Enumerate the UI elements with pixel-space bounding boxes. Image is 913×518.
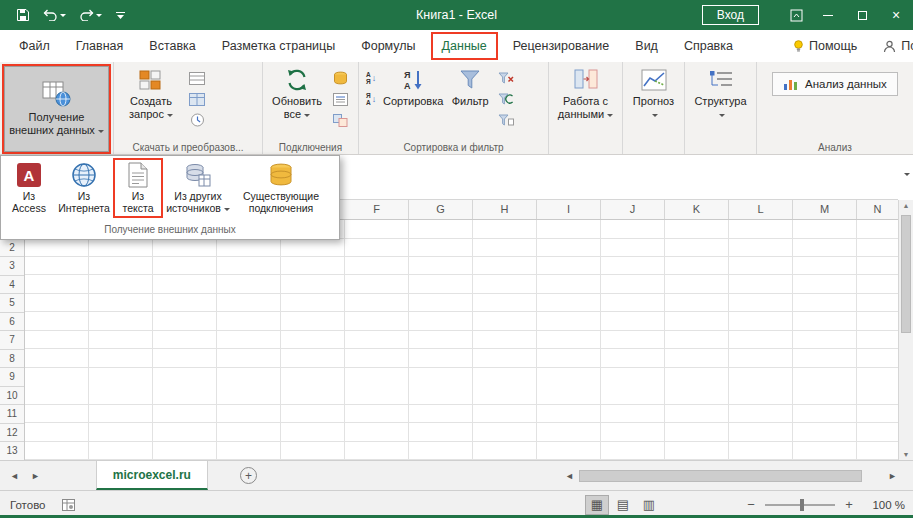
column-header[interactable]: H xyxy=(473,200,537,219)
sheet-next-icon[interactable]: ► xyxy=(31,471,40,481)
column-header[interactable]: N xyxy=(857,200,898,219)
tab-view[interactable]: Вид xyxy=(622,30,671,62)
filter-button[interactable]: Фильтр xyxy=(446,65,494,108)
page-break-view-button[interactable]: ▥ xyxy=(637,495,661,515)
normal-view-button[interactable]: ▦ xyxy=(585,495,609,515)
ribbon-display-options-icon xyxy=(790,9,803,22)
scroll-down-icon[interactable]: ▼ xyxy=(899,451,913,458)
sheet-prev-icon[interactable]: ◄ xyxy=(10,471,19,481)
outline-button[interactable]: Структура xyxy=(688,65,753,121)
spreadsheet-cells[interactable] xyxy=(25,220,898,460)
menu-item-from-text[interactable]: Из текста xyxy=(115,160,161,216)
data-tools-button[interactable]: Работа с данными xyxy=(552,65,619,121)
row-header[interactable]: 11 xyxy=(0,405,24,424)
row-header[interactable]: 7 xyxy=(0,331,24,350)
maximize-button[interactable] xyxy=(845,0,879,30)
share-button[interactable]: Поделиться xyxy=(870,30,913,62)
ribbon-display-options-button[interactable] xyxy=(781,0,811,30)
zoom-slider-handle[interactable] xyxy=(800,499,804,511)
recent-sources-button[interactable] xyxy=(187,112,207,128)
row-header[interactable]: 10 xyxy=(0,387,24,406)
sort-descending-button[interactable]: ЯА ↓ xyxy=(364,91,378,107)
scroll-left-icon[interactable]: ◄ xyxy=(565,471,574,481)
tab-home[interactable]: Главная xyxy=(63,30,137,62)
menu-item-existing-connections[interactable]: Существующие подключения xyxy=(235,160,327,216)
data-analysis-button[interactable]: Анализ данных xyxy=(772,72,898,96)
edit-links-button[interactable] xyxy=(330,112,350,128)
column-header[interactable]: J xyxy=(601,200,665,219)
from-table-button[interactable] xyxy=(187,91,207,107)
zoom-slider[interactable] xyxy=(765,504,835,506)
row-header[interactable]: 9 xyxy=(0,368,24,387)
get-external-label-1: Получение xyxy=(29,111,85,124)
zoom-out-button[interactable]: − xyxy=(745,497,757,512)
column-header[interactable]: K xyxy=(665,200,729,219)
row-header[interactable]: 3 xyxy=(0,257,24,276)
text-file-icon xyxy=(127,162,149,188)
tab-insert[interactable]: Вставка xyxy=(136,30,208,62)
save-button[interactable] xyxy=(16,8,30,22)
column-header[interactable]: F xyxy=(345,200,409,219)
column-header[interactable]: L xyxy=(729,200,793,219)
properties-button[interactable] xyxy=(330,91,350,107)
chevron-down-icon xyxy=(904,173,910,176)
show-queries-button[interactable] xyxy=(187,70,207,86)
advanced-filter-button[interactable] xyxy=(496,112,516,128)
vertical-scroll-thumb[interactable] xyxy=(901,215,911,333)
forecast-button[interactable]: Прогноз xyxy=(626,65,681,121)
column-header[interactable]: I xyxy=(537,200,601,219)
menu-item-other-sources[interactable]: Из других источников xyxy=(161,160,235,216)
undo-button[interactable] xyxy=(43,9,66,21)
row-header[interactable]: 2 xyxy=(0,239,24,258)
clear-filter-button[interactable] xyxy=(496,70,516,86)
tab-tellme[interactable]: Помощь xyxy=(780,30,870,62)
close-button[interactable]: × xyxy=(879,0,913,30)
connections-button[interactable] xyxy=(330,70,350,86)
sheet-tab-active[interactable]: microexcel.ru xyxy=(96,461,208,490)
sign-in-button[interactable]: Вход xyxy=(702,5,759,25)
sort-ascending-button[interactable]: АЯ ↓ xyxy=(364,70,378,86)
scroll-right-icon[interactable]: ► xyxy=(888,471,897,481)
tab-formulas[interactable]: Формулы xyxy=(348,30,428,62)
horizontal-scroll-thumb[interactable] xyxy=(579,470,863,482)
tab-page-layout[interactable]: Разметка страницы xyxy=(209,30,348,62)
svg-text:A: A xyxy=(24,167,35,184)
menu-item-from-access[interactable]: A Из Access xyxy=(5,160,53,216)
macro-record-button[interactable] xyxy=(62,499,75,511)
row-header[interactable]: 8 xyxy=(0,350,24,369)
tab-review[interactable]: Рецензирование xyxy=(500,30,623,62)
get-external-data-button[interactable]: Получение внешних данных xyxy=(4,66,109,152)
sort-button[interactable]: Я А Сортировка xyxy=(380,65,446,108)
zoom-level[interactable]: 100 % xyxy=(863,499,905,511)
tab-data[interactable]: Данные xyxy=(429,30,500,62)
refresh-all-button[interactable]: Обновить все xyxy=(266,65,328,121)
reapply-filter-button[interactable] xyxy=(496,91,516,107)
horizontal-scroll-track[interactable] xyxy=(577,470,885,482)
row-header[interactable]: 12 xyxy=(0,424,24,443)
column-header[interactable]: M xyxy=(793,200,857,219)
page-layout-view-button[interactable]: ▤ xyxy=(611,495,635,515)
row-header[interactable]: 13 xyxy=(0,442,24,460)
scroll-up-icon[interactable]: ▲ xyxy=(899,202,913,209)
new-query-button[interactable]: Создать запрос xyxy=(117,65,185,121)
tab-help[interactable]: Справка xyxy=(671,30,746,62)
tab-file[interactable]: Файл xyxy=(6,30,63,62)
row-header[interactable]: 6 xyxy=(0,313,24,332)
share-label: Поделиться xyxy=(901,30,913,62)
customize-qat-button[interactable] xyxy=(115,11,126,20)
menu-item-from-web[interactable]: Из Интернета xyxy=(53,160,115,216)
dropdown-caret-icon xyxy=(652,114,658,117)
title-bar-controls: Вход × xyxy=(702,0,913,30)
zoom-in-button[interactable]: + xyxy=(843,497,855,512)
add-sheet-button[interactable]: + xyxy=(240,467,257,484)
horizontal-scrollbar[interactable]: ◄ ► xyxy=(565,470,897,482)
redo-button[interactable] xyxy=(79,9,102,21)
row-header[interactable]: 4 xyxy=(0,276,24,295)
minimize-button[interactable] xyxy=(811,0,845,30)
column-header[interactable]: G xyxy=(409,200,473,219)
formula-bar-expand-button[interactable] xyxy=(900,173,910,176)
row-header[interactable]: 5 xyxy=(0,294,24,313)
vertical-scrollbar[interactable]: ▲ ▼ xyxy=(898,200,913,460)
zoom-control: − + 100 % xyxy=(745,497,905,512)
svg-text:Я: Я xyxy=(404,70,410,80)
